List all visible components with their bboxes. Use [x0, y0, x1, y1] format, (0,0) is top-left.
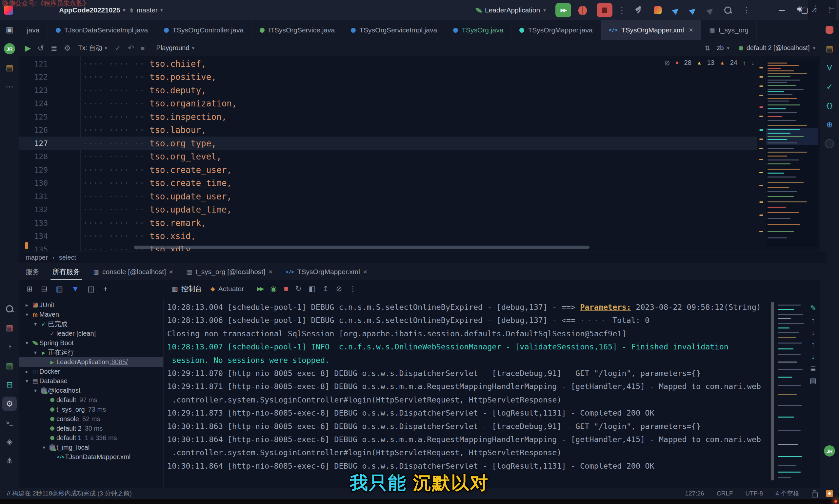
deploy-icon[interactable]: ▶	[671, 5, 681, 15]
search-icon[interactable]	[2, 302, 17, 316]
doc-tab-tsysorgmapper-xml[interactable]: </>TSysOrgMapper.xml×	[279, 263, 374, 280]
gear-icon[interactable]: ⚙	[64, 44, 71, 52]
close-icon[interactable]: ×	[363, 268, 367, 276]
settings-icon[interactable]: ⚙	[2, 397, 17, 411]
project-window-icon[interactable]: ▣	[2, 23, 17, 37]
code-line-130[interactable]: 130···· ···· ·· tso.create_time,	[19, 177, 757, 190]
settings-sliders-icon[interactable]: ≣	[51, 44, 57, 52]
panel-tab-所有服务[interactable]: 所有服务	[46, 263, 87, 280]
editor-tab-tsysorgmapper-java[interactable]: TSysOrgMapper.java	[512, 20, 601, 40]
datasource-selector[interactable]: default 2 [@localhost]	[747, 44, 810, 52]
editor-tab-tsysorgserviceimpl-java[interactable]: TSysOrgServiceImpl.java	[343, 20, 445, 40]
close-icon[interactable]: ×	[269, 268, 272, 276]
console-scrollbar[interactable]	[771, 302, 774, 481]
preview-icon[interactable]: ◫	[88, 285, 95, 293]
vue-icon[interactable]: V	[822, 60, 837, 75]
rerun-button[interactable]: ↻	[295, 285, 301, 292]
search-icon[interactable]	[724, 6, 732, 14]
more-icon[interactable]: ⋮	[742, 6, 751, 14]
filter-icon[interactable]: ▼	[71, 285, 79, 293]
soft-wrap-icon[interactable]: ≣	[810, 365, 816, 372]
shield-icon[interactable]: ✓	[822, 79, 837, 94]
science-icon[interactable]: ◈	[2, 435, 17, 449]
panel-options-icon[interactable]: ⋮	[812, 4, 820, 13]
code-line-121[interactable]: 121···· ···· ·· tso.chiief,	[19, 57, 757, 70]
code-line-123[interactable]: 123···· ···· ·· tso.deputy,	[19, 84, 757, 97]
tree-item-console[interactable]: console52 ms	[19, 414, 163, 424]
more-tools-icon[interactable]: ⋯	[2, 79, 17, 94]
braces-icon[interactable]: {}	[822, 98, 837, 113]
next-occurrence-icon[interactable]: ↓	[811, 353, 815, 360]
rollback-icon[interactable]: ↶	[127, 44, 134, 52]
tree-item--[interactable]: ▾▶正在运行	[19, 348, 163, 357]
terminal-icon[interactable]: >_	[2, 416, 17, 430]
code-line-132[interactable]: 132···· ···· ·· tso.update_time,	[19, 203, 757, 216]
editor-tab-itsysorgservice-java[interactable]: ITSysOrgService.java	[252, 20, 343, 40]
jr-badge[interactable]: JR	[2, 41, 17, 56]
breadcrumb-item-select[interactable]: select	[59, 254, 76, 261]
code-line-122[interactable]: 122···· ···· ·· tso.positive,	[19, 70, 757, 84]
error-stripe[interactable]	[759, 60, 764, 247]
tx-mode-selector[interactable]: Tx: 自动	[78, 43, 102, 52]
breadcrumb-item-mapper[interactable]: mapper	[25, 254, 48, 261]
git-icon[interactable]: ⋔	[2, 454, 17, 468]
api-icon[interactable]: ⊟	[2, 378, 17, 392]
code-line-129[interactable]: 129···· ···· ·· tso.create_user,	[19, 163, 757, 177]
tree-item-junit[interactable]: ▸JUnit	[19, 300, 163, 310]
code-line-134[interactable]: 134···· ···· ·· tso.xsid,	[19, 230, 757, 243]
editor-tab-tjsondataserviceimpl-java[interactable]: TJsonDataServiceImpl.java	[48, 20, 156, 40]
tree-chevron-icon[interactable]: ▾	[40, 445, 48, 451]
vcs-branch-widget[interactable]: ⋔ master ▾	[129, 0, 162, 20]
session-selector[interactable]: zb	[717, 44, 724, 52]
run-configuration-selector[interactable]: LeaderApplication ▾	[476, 0, 546, 20]
build-hammer-icon[interactable]	[635, 6, 643, 14]
code-line-133[interactable]: 133···· ···· ·· tso.remark,	[19, 216, 757, 230]
close-icon[interactable]: ×	[689, 26, 693, 34]
editor-tab-t-sys-org[interactable]: ▦t_sys_org	[701, 20, 757, 40]
notes-icon[interactable]: ▦	[2, 321, 17, 335]
export-button[interactable]: ↥	[323, 285, 328, 292]
tree-chevron-icon[interactable]: ▾	[23, 378, 31, 384]
commit-icon[interactable]: ✓	[115, 44, 121, 52]
hide-panel-icon[interactable]: ─	[829, 4, 834, 13]
execute-icon[interactable]: ▶	[25, 44, 31, 52]
panel-tab-服务[interactable]: 服务	[19, 263, 46, 280]
close-icon[interactable]: ×	[169, 268, 173, 276]
tree-item-default-1[interactable]: default 11 s 336 ms	[19, 433, 163, 443]
attach-debugger-button[interactable]: ◉	[271, 285, 277, 292]
code-minimap[interactable]	[766, 60, 818, 247]
resume-button[interactable]: ▶▶	[257, 286, 263, 291]
scroll-down-icon[interactable]: ↓	[811, 329, 815, 336]
print-icon[interactable]: ▤	[810, 377, 817, 384]
editor-tab-tsysorg-java[interactable]: TSysOrg.java	[445, 20, 512, 40]
tree-item-spring-boot[interactable]: ▾Spring Boot	[19, 338, 163, 348]
run-button[interactable]: ▶▶	[555, 3, 571, 17]
more-button[interactable]: ⋮	[349, 285, 356, 292]
table-export-icon[interactable]: ▦	[2, 359, 17, 373]
prev-occurrence-icon[interactable]: ↑	[811, 341, 815, 348]
tree-item--[interactable]: ▾✓已完成	[19, 319, 163, 329]
panel-divider[interactable]	[163, 280, 164, 488]
commit-stack-icon[interactable]: ▤	[2, 60, 17, 75]
code-line-125[interactable]: 125···· ···· ·· tso.inspection,	[19, 110, 757, 124]
code-line-131[interactable]: 131···· ···· ·· tso.update_user,	[19, 190, 757, 203]
tree-chevron-icon[interactable]: ▾	[32, 321, 39, 327]
doc-tab-t-sys-org-localhost-[interactable]: ▦t_sys_org [@localhost]×	[180, 263, 279, 280]
tree-item-database[interactable]: ▾▤Database	[19, 376, 163, 386]
doc-tab-console-localhost-[interactable]: ▥console [@localhost]×	[87, 263, 180, 280]
screenshot-button[interactable]: ◧	[309, 285, 316, 292]
bee-plugin-icon[interactable]: ▤	[822, 41, 837, 56]
tree-item-t-sys-org[interactable]: t_sys_org73 ms	[19, 405, 163, 414]
tree-item-leader-clean-[interactable]: ✓leader [clean]	[19, 329, 163, 338]
tree-chevron-icon[interactable]: ▾	[23, 340, 31, 346]
editor-tab-tsysorgcontroller-java[interactable]: TSysOrgController.java	[156, 20, 252, 40]
code-line-124[interactable]: 124···· ···· ·· tso.organization,	[19, 97, 757, 110]
minimize-button[interactable]: ─	[772, 0, 792, 20]
tree-chevron-icon[interactable]: ▾	[32, 349, 39, 356]
code-line-126[interactable]: 126···· ···· ·· tso.labour,	[19, 124, 757, 137]
code-line-127[interactable]: 127···· ···· ·· tso.org_type,	[19, 137, 757, 150]
plugin-icon[interactable]	[654, 6, 662, 14]
debug-button[interactable]	[578, 6, 587, 15]
tree-item-t-img-local[interactable]: ▾t_img_local	[19, 443, 163, 452]
run-more-icon[interactable]: ⋮	[618, 0, 626, 20]
